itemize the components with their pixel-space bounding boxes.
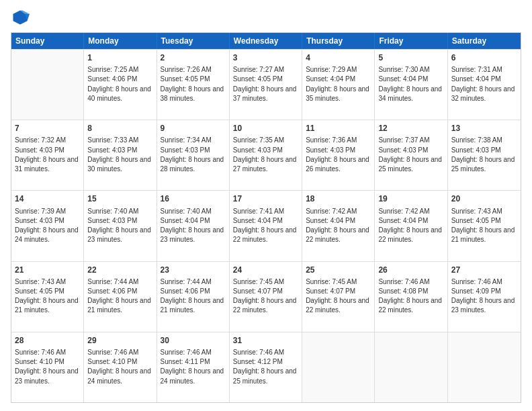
- cell-info: Sunrise: 7:26 AM Sunset: 4:05 PM Dayligh…: [161, 66, 224, 102]
- calendar-cell: 29Sunrise: 7:46 AM Sunset: 4:10 PM Dayli…: [84, 332, 157, 402]
- calendar-cell: 13Sunrise: 7:38 AM Sunset: 4:03 PM Dayli…: [448, 120, 521, 190]
- day-number: 19: [378, 193, 443, 204]
- calendar-cell: 21Sunrise: 7:43 AM Sunset: 4:05 PM Dayli…: [11, 262, 84, 332]
- calendar-row-5: 28Sunrise: 7:46 AM Sunset: 4:10 PM Dayli…: [11, 332, 521, 402]
- cell-info: Sunrise: 7:35 AM Sunset: 4:03 PM Dayligh…: [233, 136, 297, 173]
- calendar-cell: 8Sunrise: 7:33 AM Sunset: 4:03 PM Daylig…: [84, 120, 157, 190]
- day-number: 11: [306, 123, 371, 134]
- weekday-header-tuesday: Tuesday: [157, 33, 230, 49]
- calendar-cell: 3Sunrise: 7:27 AM Sunset: 4:05 PM Daylig…: [230, 50, 302, 120]
- day-number: 3: [233, 52, 298, 63]
- weekday-header-sunday: Sunday: [11, 33, 84, 49]
- calendar-cell: 18Sunrise: 7:42 AM Sunset: 4:04 PM Dayli…: [302, 191, 375, 261]
- cell-info: Sunrise: 7:41 AM Sunset: 4:04 PM Dayligh…: [233, 208, 297, 244]
- calendar-cell: 14Sunrise: 7:39 AM Sunset: 4:03 PM Dayli…: [11, 191, 84, 261]
- day-number: 26: [378, 265, 443, 275]
- calendar-cell: 6Sunrise: 7:31 AM Sunset: 4:04 PM Daylig…: [448, 50, 521, 120]
- cell-info: Sunrise: 7:43 AM Sunset: 4:05 PM Dayligh…: [15, 278, 79, 314]
- calendar-cell: 31Sunrise: 7:46 AM Sunset: 4:12 PM Dayli…: [230, 332, 302, 402]
- cell-info: Sunrise: 7:45 AM Sunset: 4:07 PM Dayligh…: [306, 278, 369, 314]
- page: SundayMondayTuesdayWednesdayThursdayFrid…: [0, 0, 532, 411]
- cell-info: Sunrise: 7:31 AM Sunset: 4:04 PM Dayligh…: [451, 66, 515, 102]
- cell-info: Sunrise: 7:39 AM Sunset: 4:03 PM Dayligh…: [15, 208, 79, 244]
- calendar-body: 1Sunrise: 7:25 AM Sunset: 4:06 PM Daylig…: [11, 49, 521, 402]
- calendar-cell: 27Sunrise: 7:46 AM Sunset: 4:09 PM Dayli…: [448, 262, 521, 332]
- cell-info: Sunrise: 7:25 AM Sunset: 4:06 PM Dayligh…: [87, 66, 151, 102]
- calendar-cell: [375, 332, 447, 402]
- day-number: 2: [161, 52, 226, 63]
- calendar-cell: 4Sunrise: 7:29 AM Sunset: 4:04 PM Daylig…: [302, 50, 375, 120]
- calendar-cell: 22Sunrise: 7:44 AM Sunset: 4:06 PM Dayli…: [84, 262, 157, 332]
- cell-info: Sunrise: 7:30 AM Sunset: 4:04 PM Dayligh…: [378, 66, 442, 102]
- day-number: 31: [233, 335, 298, 346]
- cell-info: Sunrise: 7:45 AM Sunset: 4:07 PM Dayligh…: [233, 278, 297, 314]
- calendar: SundayMondayTuesdayWednesdayThursdayFrid…: [11, 32, 521, 403]
- cell-info: Sunrise: 7:46 AM Sunset: 4:11 PM Dayligh…: [161, 349, 224, 385]
- weekday-header-wednesday: Wednesday: [230, 33, 302, 49]
- calendar-row-1: 1Sunrise: 7:25 AM Sunset: 4:06 PM Daylig…: [11, 49, 521, 120]
- day-number: 8: [87, 123, 152, 134]
- day-number: 13: [451, 123, 517, 134]
- cell-info: Sunrise: 7:32 AM Sunset: 4:03 PM Dayligh…: [15, 136, 79, 173]
- calendar-cell: 23Sunrise: 7:44 AM Sunset: 4:06 PM Dayli…: [157, 262, 230, 332]
- day-number: 6: [451, 52, 517, 63]
- weekday-header-monday: Monday: [84, 33, 157, 49]
- day-number: 1: [87, 52, 152, 63]
- logo: [11, 8, 32, 27]
- day-number: 7: [15, 123, 80, 134]
- day-number: 14: [15, 193, 80, 204]
- logo-icon: [11, 8, 30, 27]
- cell-info: Sunrise: 7:38 AM Sunset: 4:03 PM Dayligh…: [451, 136, 515, 173]
- day-number: 22: [87, 265, 152, 275]
- day-number: 21: [15, 265, 80, 275]
- day-number: 29: [87, 335, 152, 346]
- cell-info: Sunrise: 7:27 AM Sunset: 4:05 PM Dayligh…: [233, 66, 297, 102]
- cell-info: Sunrise: 7:44 AM Sunset: 4:06 PM Dayligh…: [87, 278, 151, 314]
- day-number: 12: [378, 123, 443, 134]
- calendar-cell: [11, 50, 84, 120]
- cell-info: Sunrise: 7:44 AM Sunset: 4:06 PM Dayligh…: [161, 278, 224, 314]
- day-number: 9: [161, 123, 226, 134]
- cell-info: Sunrise: 7:46 AM Sunset: 4:09 PM Dayligh…: [451, 278, 515, 314]
- calendar-cell: 11Sunrise: 7:36 AM Sunset: 4:03 PM Dayli…: [302, 120, 375, 190]
- day-number: 24: [233, 265, 298, 275]
- day-number: 4: [306, 52, 371, 63]
- calendar-cell: 19Sunrise: 7:42 AM Sunset: 4:04 PM Dayli…: [375, 191, 447, 261]
- cell-info: Sunrise: 7:42 AM Sunset: 4:04 PM Dayligh…: [378, 208, 442, 244]
- day-number: 28: [15, 335, 80, 346]
- calendar-cell: 28Sunrise: 7:46 AM Sunset: 4:10 PM Dayli…: [11, 332, 84, 402]
- calendar-cell: 1Sunrise: 7:25 AM Sunset: 4:06 PM Daylig…: [84, 50, 157, 120]
- day-number: 5: [378, 52, 443, 63]
- calendar-row-4: 21Sunrise: 7:43 AM Sunset: 4:05 PM Dayli…: [11, 261, 521, 332]
- day-number: 10: [233, 123, 298, 134]
- calendar-cell: 15Sunrise: 7:40 AM Sunset: 4:03 PM Dayli…: [84, 191, 157, 261]
- calendar-cell: 12Sunrise: 7:37 AM Sunset: 4:03 PM Dayli…: [375, 120, 447, 190]
- day-number: 25: [306, 265, 371, 275]
- weekday-header-friday: Friday: [375, 33, 447, 49]
- cell-info: Sunrise: 7:40 AM Sunset: 4:04 PM Dayligh…: [161, 208, 224, 244]
- calendar-cell: 10Sunrise: 7:35 AM Sunset: 4:03 PM Dayli…: [230, 120, 302, 190]
- cell-info: Sunrise: 7:37 AM Sunset: 4:03 PM Dayligh…: [378, 136, 442, 173]
- calendar-cell: 2Sunrise: 7:26 AM Sunset: 4:05 PM Daylig…: [157, 50, 230, 120]
- cell-info: Sunrise: 7:42 AM Sunset: 4:04 PM Dayligh…: [306, 208, 369, 244]
- calendar-cell: 5Sunrise: 7:30 AM Sunset: 4:04 PM Daylig…: [375, 50, 447, 120]
- header: [11, 8, 521, 27]
- calendar-cell: 7Sunrise: 7:32 AM Sunset: 4:03 PM Daylig…: [11, 120, 84, 190]
- calendar-header: SundayMondayTuesdayWednesdayThursdayFrid…: [11, 33, 521, 49]
- calendar-cell: [302, 332, 375, 402]
- cell-info: Sunrise: 7:46 AM Sunset: 4:12 PM Dayligh…: [233, 349, 297, 385]
- calendar-cell: 30Sunrise: 7:46 AM Sunset: 4:11 PM Dayli…: [157, 332, 230, 402]
- cell-info: Sunrise: 7:29 AM Sunset: 4:04 PM Dayligh…: [306, 66, 369, 102]
- weekday-header-saturday: Saturday: [448, 33, 521, 49]
- cell-info: Sunrise: 7:33 AM Sunset: 4:03 PM Dayligh…: [87, 136, 151, 173]
- calendar-cell: 24Sunrise: 7:45 AM Sunset: 4:07 PM Dayli…: [230, 262, 302, 332]
- calendar-row-3: 14Sunrise: 7:39 AM Sunset: 4:03 PM Dayli…: [11, 190, 521, 261]
- calendar-row-2: 7Sunrise: 7:32 AM Sunset: 4:03 PM Daylig…: [11, 120, 521, 190]
- cell-info: Sunrise: 7:36 AM Sunset: 4:03 PM Dayligh…: [306, 136, 369, 173]
- day-number: 17: [233, 193, 298, 204]
- calendar-cell: [448, 332, 521, 402]
- day-number: 23: [161, 265, 226, 275]
- day-number: 18: [306, 193, 371, 204]
- cell-info: Sunrise: 7:40 AM Sunset: 4:03 PM Dayligh…: [87, 208, 151, 244]
- cell-info: Sunrise: 7:34 AM Sunset: 4:03 PM Dayligh…: [161, 136, 224, 173]
